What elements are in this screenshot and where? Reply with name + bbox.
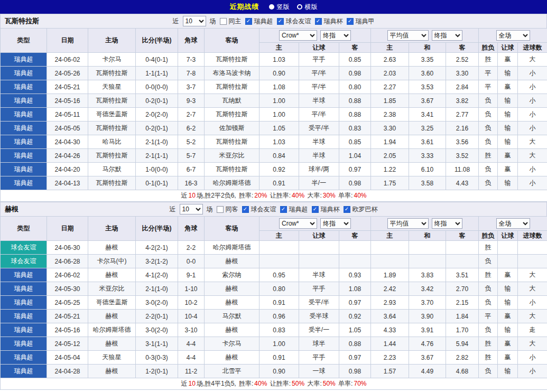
- date-cell: 24-06-02: [47, 53, 88, 67]
- result-cell: 平: [479, 80, 498, 94]
- handicap-final-select[interactable]: 终指: [320, 218, 351, 229]
- away-team-cell: 赫根: [205, 323, 259, 337]
- result-cell: [498, 241, 518, 255]
- sub-column-header: 主: [371, 231, 409, 241]
- table-row: 瑞典超24-04-26瓦斯特拉斯2-1(1-1)5-7米亚尔比0.84半球1.0…: [1, 149, 547, 163]
- scope-group-header: 全场: [479, 217, 547, 231]
- europe-odds-cell: 2.27: [371, 80, 409, 94]
- europe-odds-cell: [409, 255, 446, 268]
- handicap-odds-cell: [299, 255, 339, 268]
- sub-column-header: 让球: [299, 231, 339, 241]
- summary-cell: 近10场,胜4平1负5, 胜率:40% 让胜率:50% 大率:50% 单率:70…: [1, 378, 547, 390]
- league-filter-checkbox[interactable]: ✓球会友谊: [242, 205, 276, 214]
- score-cell: 3-0(2-0): [136, 323, 178, 337]
- league-filter-checkbox[interactable]: ✓瑞典甲: [347, 17, 375, 26]
- scope-select[interactable]: 全场: [496, 30, 530, 41]
- checkbox-label: 瑞典超: [254, 17, 273, 26]
- table-row: 瑞典超24-04-28赫根1-2(0-1)11-2北雪平0.90一球0.981.…: [1, 365, 547, 378]
- handicap-odds-cell: 0.97: [339, 351, 371, 365]
- europe-final-select[interactable]: 终指: [432, 218, 462, 229]
- scope-select[interactable]: 全场: [496, 218, 530, 229]
- europe-average-select[interactable]: 平均值: [387, 218, 429, 229]
- league-type-cell: 瑞典超: [1, 163, 47, 176]
- handicap-odds-cell: [339, 255, 371, 268]
- league-filter-checkbox[interactable]: ✓瑞典杯: [315, 17, 343, 26]
- corner-cell: 16-3: [178, 176, 205, 190]
- league-type-cell: 瑞典超: [1, 135, 47, 149]
- result-cell: 胜: [479, 337, 498, 351]
- handicap-odds-cell: 0.80: [259, 282, 299, 296]
- date-cell: 24-05-16: [47, 94, 88, 108]
- sub-column-header: 和: [409, 43, 446, 53]
- league-filter-checkbox[interactable]: ✓球会友谊: [277, 17, 311, 26]
- checkbox-checked: ✓: [347, 18, 354, 25]
- view-radio-0[interactable]: 竖版: [269, 3, 290, 12]
- games-count-select[interactable]: 10: [180, 204, 203, 214]
- column-header: 主场: [88, 29, 136, 53]
- column-header: 类型: [1, 29, 47, 53]
- league-filter-checkbox[interactable]: ✓瑞典超: [245, 17, 273, 26]
- handicap-odds-cell: 1.00: [259, 337, 299, 351]
- result-cell: 输: [498, 296, 518, 310]
- checkbox-checked: ✓: [312, 206, 319, 213]
- result-cell: 胜: [479, 241, 498, 255]
- europe-odds-cell: 3.30: [446, 67, 479, 80]
- europe-odds-cell: 3.52: [446, 149, 479, 163]
- score-cell: 1-0(0-0): [136, 163, 178, 176]
- result-cell: 小: [518, 122, 547, 135]
- table-row: 瑞典超24-05-30米亚尔比2-1(1-0)1-10赫根0.80平手1.082…: [1, 282, 547, 296]
- away-team-cell: 赫根: [205, 255, 259, 268]
- same-venue-checkbox[interactable]: 同客: [217, 205, 238, 214]
- checkbox-label: 瑞典杯: [324, 17, 343, 26]
- handicap-odds-cell: [259, 255, 299, 268]
- results-table: 类型日期主场比分(半场)角球客场Crow*终指平均值终指全场主让球客主和客胜负让…: [0, 28, 547, 202]
- europe-odds-cell: 6.10: [409, 163, 446, 176]
- handicap-odds-cell: 0.97: [339, 296, 371, 310]
- result-cell: 大: [518, 310, 547, 323]
- view-radio-1[interactable]: 横版: [297, 3, 318, 12]
- handicap-company-select[interactable]: Crow*: [279, 30, 317, 41]
- league-type-cell: 球会友谊: [1, 255, 47, 268]
- handicap-odds-group-header: Crow*终指: [259, 217, 371, 231]
- result-cell: 小: [518, 296, 547, 310]
- score-cell: 0-0(0-0): [136, 80, 178, 94]
- corner-cell: 3-10: [178, 323, 205, 337]
- sub-column-header: 胜负: [479, 43, 498, 53]
- checkbox-checked: ✓: [277, 18, 284, 25]
- europe-odds-cell: 3.58: [409, 176, 446, 190]
- corner-cell: 10-4: [178, 310, 205, 323]
- corner-cell: 2-2: [178, 241, 205, 255]
- result-cell: 输: [498, 108, 518, 122]
- handicap-odds-cell: 0.90: [259, 67, 299, 80]
- score-cell: 2-1(1-0): [136, 135, 178, 149]
- league-filter-checkbox[interactable]: ✓瑞典超: [280, 205, 308, 214]
- europe-odds-cell: [371, 255, 409, 268]
- league-type-cell: 瑞典超: [1, 310, 47, 323]
- handicap-company-select[interactable]: Crow*: [279, 218, 317, 229]
- checkbox-label: 球会友谊: [286, 17, 311, 26]
- europe-average-select[interactable]: 平均值: [387, 30, 429, 41]
- handicap-odds-cell: 1.04: [339, 149, 371, 163]
- result-cell: 负: [479, 108, 498, 122]
- europe-final-select[interactable]: 终指: [432, 30, 462, 41]
- handicap-odds-cell: 1.03: [259, 53, 299, 67]
- sub-column-header: 和: [409, 231, 446, 241]
- summary-text-segment: 20%: [254, 192, 267, 199]
- games-count-select[interactable]: 10: [183, 16, 206, 26]
- league-type-cell: 瑞典超: [1, 94, 47, 108]
- europe-odds-cell: 2.84: [446, 80, 479, 94]
- corner-cell: 7-8: [178, 67, 205, 80]
- league-filter-checkbox[interactable]: ✓瑞典杯: [312, 205, 340, 214]
- europe-odds-cell: 3.53: [409, 80, 446, 94]
- result-cell: 胜: [479, 53, 498, 67]
- away-team-cell: 瓦斯特拉斯: [205, 135, 259, 149]
- handicap-odds-cell: 1.03: [259, 135, 299, 149]
- league-filter-checkbox[interactable]: ✓欧罗巴杯: [344, 205, 378, 214]
- handicap-odds-cell: 0.97: [339, 163, 371, 176]
- handicap-odds-cell: 0.85: [339, 135, 371, 149]
- result-cell: 负: [479, 323, 498, 337]
- same-venue-checkbox[interactable]: 同主: [220, 17, 242, 26]
- corner-cell: 6-7: [178, 163, 205, 176]
- europe-odds-cell: 3.82: [446, 94, 479, 108]
- handicap-final-select[interactable]: 终指: [320, 30, 351, 41]
